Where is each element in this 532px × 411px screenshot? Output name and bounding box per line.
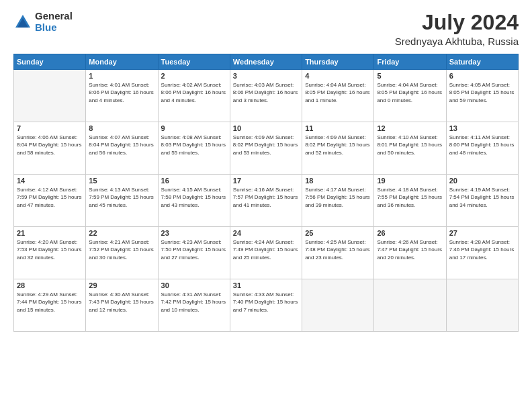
calendar-cell: 31Sunrise: 4:33 AM Sunset: 7:40 PM Dayli… xyxy=(230,279,302,332)
day-number: 5 xyxy=(377,72,443,80)
day-number: 30 xyxy=(161,281,227,289)
day-info: Sunrise: 4:28 AM Sunset: 7:46 PM Dayligh… xyxy=(449,238,515,261)
day-info: Sunrise: 4:09 AM Sunset: 8:02 PM Dayligh… xyxy=(233,134,299,156)
calendar-header: SundayMondayTuesdayWednesdayThursdayFrid… xyxy=(14,54,519,70)
day-number: 24 xyxy=(233,229,299,237)
calendar-cell: 30Sunrise: 4:31 AM Sunset: 7:42 PM Dayli… xyxy=(158,279,230,332)
calendar-cell: 11Sunrise: 4:09 AM Sunset: 8:02 PM Dayli… xyxy=(302,122,374,175)
day-number: 22 xyxy=(89,229,154,237)
day-info: Sunrise: 4:30 AM Sunset: 7:43 PM Dayligh… xyxy=(89,291,154,314)
day-number: 21 xyxy=(17,229,83,237)
calendar-cell: 7Sunrise: 4:06 AM Sunset: 8:04 PM Daylig… xyxy=(14,122,86,175)
day-info: Sunrise: 4:33 AM Sunset: 7:40 PM Dayligh… xyxy=(233,291,299,314)
calendar-page: General Blue July 2024 Srednyaya Akhtuba… xyxy=(0,0,532,411)
calendar-cell xyxy=(446,279,518,332)
day-info: Sunrise: 4:18 AM Sunset: 7:55 PM Dayligh… xyxy=(377,186,443,209)
calendar-body: 1Sunrise: 4:01 AM Sunset: 8:06 PM Daylig… xyxy=(14,70,519,332)
day-number: 4 xyxy=(305,72,371,80)
day-info: Sunrise: 4:23 AM Sunset: 7:50 PM Dayligh… xyxy=(161,238,227,261)
day-number: 9 xyxy=(161,124,227,132)
day-number: 8 xyxy=(89,124,154,132)
day-info: Sunrise: 4:16 AM Sunset: 7:57 PM Dayligh… xyxy=(233,186,299,209)
calendar-cell: 27Sunrise: 4:28 AM Sunset: 7:46 PM Dayli… xyxy=(446,227,518,279)
day-number: 3 xyxy=(233,72,299,80)
day-number: 1 xyxy=(89,72,154,80)
week-row-1: 7Sunrise: 4:06 AM Sunset: 8:04 PM Daylig… xyxy=(14,122,519,175)
day-info: Sunrise: 4:02 AM Sunset: 8:06 PM Dayligh… xyxy=(161,81,227,104)
calendar-cell: 25Sunrise: 4:25 AM Sunset: 7:48 PM Dayli… xyxy=(302,227,374,279)
calendar-cell: 26Sunrise: 4:26 AM Sunset: 7:47 PM Dayli… xyxy=(374,227,446,279)
logo: General Blue xyxy=(13,11,73,33)
day-number: 17 xyxy=(233,177,299,185)
calendar-cell: 13Sunrise: 4:11 AM Sunset: 8:00 PM Dayli… xyxy=(446,122,518,175)
calendar-cell: 8Sunrise: 4:07 AM Sunset: 8:04 PM Daylig… xyxy=(86,122,158,175)
weekday-header-thursday: Thursday xyxy=(302,54,374,70)
calendar-cell: 15Sunrise: 4:13 AM Sunset: 7:59 PM Dayli… xyxy=(86,175,158,227)
day-info: Sunrise: 4:15 AM Sunset: 7:58 PM Dayligh… xyxy=(161,186,227,209)
logo-icon xyxy=(13,13,32,32)
day-number: 7 xyxy=(17,124,83,132)
day-number: 11 xyxy=(305,124,371,132)
calendar-cell: 20Sunrise: 4:19 AM Sunset: 7:54 PM Dayli… xyxy=(446,175,518,227)
weekday-header-monday: Monday xyxy=(86,54,158,70)
day-number: 20 xyxy=(449,177,515,185)
day-info: Sunrise: 4:17 AM Sunset: 7:56 PM Dayligh… xyxy=(305,186,371,209)
calendar-cell: 10Sunrise: 4:09 AM Sunset: 8:02 PM Dayli… xyxy=(230,122,302,175)
calendar-cell xyxy=(14,70,86,122)
calendar-cell: 19Sunrise: 4:18 AM Sunset: 7:55 PM Dayli… xyxy=(374,175,446,227)
week-row-0: 1Sunrise: 4:01 AM Sunset: 8:06 PM Daylig… xyxy=(14,70,519,122)
header: General Blue July 2024 Srednyaya Akhtuba… xyxy=(13,11,519,47)
calendar-title: July 2024 xyxy=(395,11,519,34)
calendar-cell: 29Sunrise: 4:30 AM Sunset: 7:43 PM Dayli… xyxy=(86,279,158,332)
calendar-cell: 28Sunrise: 4:29 AM Sunset: 7:44 PM Dayli… xyxy=(14,279,86,332)
weekday-header-sunday: Sunday xyxy=(14,54,86,70)
weekday-header-wednesday: Wednesday xyxy=(230,54,302,70)
day-number: 28 xyxy=(17,281,83,289)
calendar-cell: 21Sunrise: 4:20 AM Sunset: 7:53 PM Dayli… xyxy=(14,227,86,279)
day-info: Sunrise: 4:03 AM Sunset: 8:06 PM Dayligh… xyxy=(233,81,299,104)
calendar-cell: 18Sunrise: 4:17 AM Sunset: 7:56 PM Dayli… xyxy=(302,175,374,227)
day-info: Sunrise: 4:10 AM Sunset: 8:01 PM Dayligh… xyxy=(377,134,443,156)
day-info: Sunrise: 4:06 AM Sunset: 8:04 PM Dayligh… xyxy=(17,134,83,156)
weekday-header-friday: Friday xyxy=(374,54,446,70)
day-info: Sunrise: 4:07 AM Sunset: 8:04 PM Dayligh… xyxy=(89,134,154,156)
calendar-cell: 14Sunrise: 4:12 AM Sunset: 7:59 PM Dayli… xyxy=(14,175,86,227)
calendar-cell: 9Sunrise: 4:08 AM Sunset: 8:03 PM Daylig… xyxy=(158,122,230,175)
day-info: Sunrise: 4:31 AM Sunset: 7:42 PM Dayligh… xyxy=(161,291,227,314)
calendar-subtitle: Srednyaya Akhtuba, Russia xyxy=(395,36,519,47)
calendar-cell xyxy=(374,279,446,332)
day-info: Sunrise: 4:26 AM Sunset: 7:47 PM Dayligh… xyxy=(377,238,443,261)
day-info: Sunrise: 4:05 AM Sunset: 8:05 PM Dayligh… xyxy=(449,81,515,104)
logo-blue-text: Blue xyxy=(35,22,73,34)
weekday-header-tuesday: Tuesday xyxy=(158,54,230,70)
day-info: Sunrise: 4:29 AM Sunset: 7:44 PM Dayligh… xyxy=(17,291,83,314)
calendar-cell: 22Sunrise: 4:21 AM Sunset: 7:52 PM Dayli… xyxy=(86,227,158,279)
day-number: 31 xyxy=(233,281,299,289)
logo-general-text: General xyxy=(35,11,73,22)
calendar-cell: 6Sunrise: 4:05 AM Sunset: 8:05 PM Daylig… xyxy=(446,70,518,122)
day-info: Sunrise: 4:09 AM Sunset: 8:02 PM Dayligh… xyxy=(305,134,371,156)
week-row-3: 21Sunrise: 4:20 AM Sunset: 7:53 PM Dayli… xyxy=(14,227,519,279)
weekday-header-saturday: Saturday xyxy=(446,54,518,70)
day-number: 12 xyxy=(377,124,443,132)
day-info: Sunrise: 4:19 AM Sunset: 7:54 PM Dayligh… xyxy=(449,186,515,209)
calendar-cell: 3Sunrise: 4:03 AM Sunset: 8:06 PM Daylig… xyxy=(230,70,302,122)
day-info: Sunrise: 4:24 AM Sunset: 7:49 PM Dayligh… xyxy=(233,238,299,261)
day-info: Sunrise: 4:25 AM Sunset: 7:48 PM Dayligh… xyxy=(305,238,371,261)
day-info: Sunrise: 4:11 AM Sunset: 8:00 PM Dayligh… xyxy=(449,134,515,156)
calendar-cell: 4Sunrise: 4:04 AM Sunset: 8:05 PM Daylig… xyxy=(302,70,374,122)
day-info: Sunrise: 4:21 AM Sunset: 7:52 PM Dayligh… xyxy=(89,238,154,261)
day-info: Sunrise: 4:12 AM Sunset: 7:59 PM Dayligh… xyxy=(17,186,83,209)
logo-text: General Blue xyxy=(35,11,73,33)
day-info: Sunrise: 4:20 AM Sunset: 7:53 PM Dayligh… xyxy=(17,238,83,261)
calendar-table: SundayMondayTuesdayWednesdayThursdayFrid… xyxy=(13,54,519,332)
calendar-cell: 2Sunrise: 4:02 AM Sunset: 8:06 PM Daylig… xyxy=(158,70,230,122)
day-info: Sunrise: 4:08 AM Sunset: 8:03 PM Dayligh… xyxy=(161,134,227,156)
week-row-4: 28Sunrise: 4:29 AM Sunset: 7:44 PM Dayli… xyxy=(14,279,519,332)
day-number: 25 xyxy=(305,229,371,237)
day-number: 26 xyxy=(377,229,443,237)
calendar-cell: 16Sunrise: 4:15 AM Sunset: 7:58 PM Dayli… xyxy=(158,175,230,227)
day-number: 27 xyxy=(449,229,515,237)
week-row-2: 14Sunrise: 4:12 AM Sunset: 7:59 PM Dayli… xyxy=(14,175,519,227)
day-number: 2 xyxy=(161,72,227,80)
